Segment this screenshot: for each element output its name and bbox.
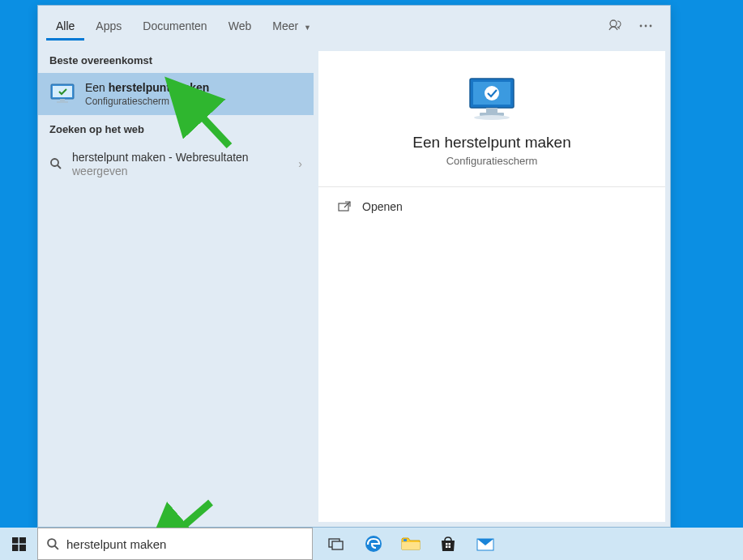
svg-point-3 bbox=[650, 24, 652, 27]
chevron-right-icon: › bbox=[298, 157, 302, 170]
more-options-icon[interactable] bbox=[634, 15, 657, 37]
best-match-title: Een herstelpunt maken bbox=[85, 81, 209, 94]
detail-header: Een herstelpunt maken Configuratiescherm bbox=[318, 51, 665, 187]
svg-rect-30 bbox=[402, 542, 420, 549]
folder-icon bbox=[401, 536, 421, 552]
search-icon bbox=[49, 157, 62, 170]
store-button[interactable] bbox=[429, 528, 467, 560]
web-result-textblock: herstelpunt maken - Webresultaten weerge… bbox=[72, 150, 288, 177]
edge-icon bbox=[364, 534, 383, 554]
svg-point-25 bbox=[48, 539, 56, 547]
svg-rect-24 bbox=[19, 545, 26, 551]
svg-point-0 bbox=[610, 20, 617, 27]
section-web-search: Zoeken op het web bbox=[38, 115, 314, 142]
open-icon bbox=[338, 201, 351, 212]
taskbar bbox=[0, 528, 743, 560]
control-panel-icon bbox=[49, 83, 77, 105]
detail-pane: Een herstelpunt maken Configuratiescherm… bbox=[318, 51, 665, 522]
svg-rect-22 bbox=[19, 537, 26, 544]
tab-all[interactable]: Alle bbox=[46, 11, 84, 41]
svg-point-2 bbox=[645, 24, 647, 27]
svg-line-9 bbox=[58, 165, 61, 169]
svg-rect-7 bbox=[57, 101, 68, 103]
detail-title: Een herstelpunt maken bbox=[412, 134, 570, 152]
svg-rect-35 bbox=[449, 546, 451, 549]
svg-point-15 bbox=[474, 115, 510, 120]
edge-button[interactable] bbox=[355, 528, 392, 560]
task-view-button[interactable] bbox=[318, 528, 355, 560]
svg-line-26 bbox=[55, 545, 58, 549]
file-explorer-button[interactable] bbox=[392, 528, 429, 560]
svg-rect-21 bbox=[12, 537, 19, 544]
svg-point-1 bbox=[640, 24, 643, 27]
taskbar-search[interactable] bbox=[37, 528, 313, 560]
best-match-prefix: Een bbox=[85, 81, 109, 94]
best-match-text: Een herstelpunt maken Configuratiescherm bbox=[85, 81, 209, 107]
search-flyout: Alle Apps Documenten Web Meer ▼ Beste ov… bbox=[37, 5, 671, 528]
svg-rect-31 bbox=[404, 539, 407, 541]
tab-documents[interactable]: Documenten bbox=[133, 11, 216, 41]
monitor-icon bbox=[463, 75, 520, 121]
windows-logo-icon bbox=[12, 537, 26, 551]
search-icon bbox=[46, 537, 60, 551]
svg-rect-5 bbox=[53, 86, 72, 97]
mail-icon bbox=[476, 536, 495, 552]
mail-button[interactable] bbox=[467, 528, 504, 560]
detail-subtitle: Configuratiescherm bbox=[446, 155, 538, 167]
svg-rect-6 bbox=[60, 99, 65, 101]
svg-rect-28 bbox=[332, 541, 343, 549]
tab-more[interactable]: Meer ▼ bbox=[263, 11, 321, 41]
chevron-down-icon: ▼ bbox=[304, 24, 311, 32]
svg-point-12 bbox=[485, 86, 499, 100]
tabs: Alle Apps Documenten Web Meer ▼ bbox=[46, 11, 604, 41]
taskbar-apps bbox=[318, 528, 504, 560]
svg-rect-13 bbox=[486, 108, 497, 113]
tab-apps[interactable]: Apps bbox=[86, 11, 131, 41]
best-match-bold: herstelpunt maken bbox=[109, 81, 209, 94]
svg-point-8 bbox=[51, 159, 58, 166]
svg-rect-34 bbox=[446, 546, 448, 549]
tab-web[interactable]: Web bbox=[219, 11, 262, 41]
svg-rect-33 bbox=[449, 543, 451, 545]
action-open-label: Openen bbox=[362, 200, 403, 213]
web-result-suffix: - Webresultaten bbox=[165, 151, 248, 164]
svg-rect-32 bbox=[446, 543, 448, 545]
top-tabs-bar: Alle Apps Documenten Web Meer ▼ bbox=[38, 6, 670, 46]
best-match-result[interactable]: Een herstelpunt maken Configuratiescherm bbox=[38, 73, 314, 115]
web-result-item[interactable]: herstelpunt maken - Webresultaten weerge… bbox=[38, 142, 314, 186]
store-icon bbox=[439, 535, 457, 553]
top-actions bbox=[604, 15, 657, 37]
content-row: Beste overeenkomst Een herstelpunt maken bbox=[38, 46, 670, 527]
tab-more-label: Meer bbox=[272, 19, 298, 32]
svg-rect-23 bbox=[12, 545, 19, 551]
web-result-query: herstelpunt maken bbox=[72, 151, 165, 164]
task-view-icon bbox=[328, 537, 344, 550]
action-open[interactable]: Openen bbox=[318, 187, 665, 226]
search-input[interactable] bbox=[66, 537, 304, 551]
web-result-sub: weergeven bbox=[72, 165, 288, 177]
results-column: Beste overeenkomst Een herstelpunt maken bbox=[38, 46, 314, 527]
start-button[interactable] bbox=[0, 528, 37, 560]
feedback-icon[interactable] bbox=[604, 15, 626, 37]
section-best-match: Beste overeenkomst bbox=[38, 46, 314, 73]
best-match-subtitle: Configuratiescherm bbox=[85, 96, 209, 107]
